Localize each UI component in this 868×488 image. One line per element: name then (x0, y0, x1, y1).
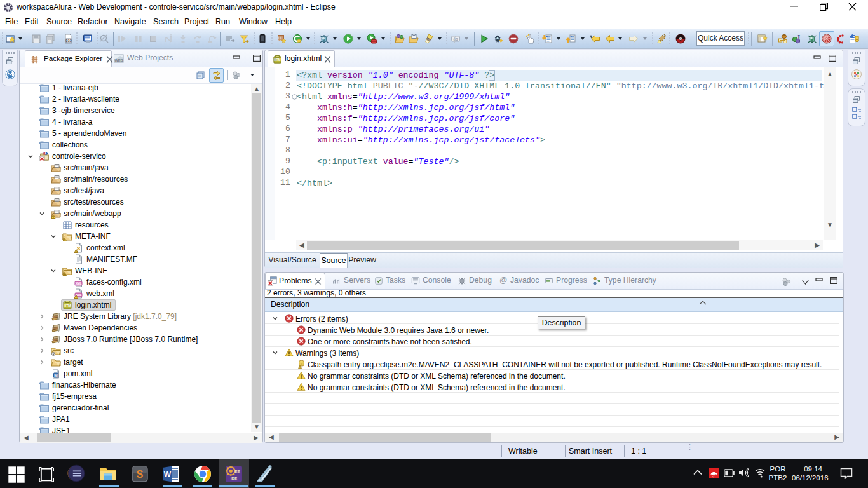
svg-text:M: M (54, 373, 57, 377)
svg-text:S: S (137, 468, 144, 480)
svg-text:HTM: HTM (274, 58, 280, 62)
svg-text:WEB: WEB (115, 58, 123, 62)
svg-text:IDE: IDE (231, 476, 237, 480)
svg-text:XML: XML (75, 282, 81, 285)
svg-text:HTM: HTM (64, 304, 71, 308)
svg-text:W: W (164, 470, 172, 479)
svg-text:J: J (45, 152, 47, 156)
svg-text:010: 010 (66, 39, 72, 43)
svg-text:EE: EE (235, 469, 240, 473)
svg-text:J: J (797, 34, 800, 41)
